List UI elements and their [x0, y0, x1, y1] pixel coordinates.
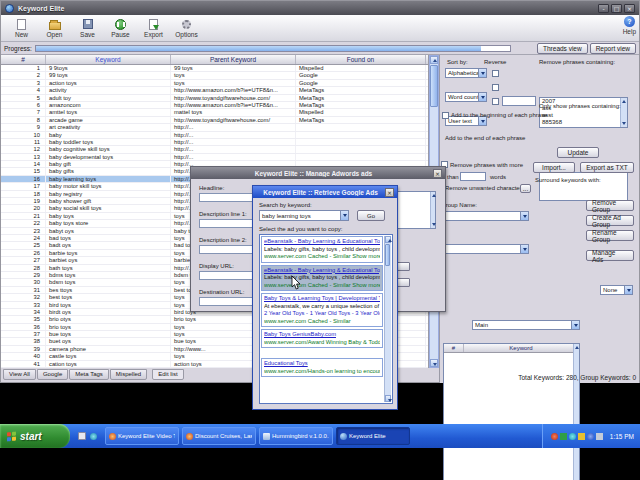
- ad-item[interactable]: eBeanstalk - Baby Learning & Educational…: [261, 265, 383, 292]
- taskbar-button[interactable]: Hummingbird v.1.0.0...: [259, 427, 333, 445]
- scroll-down-icon[interactable]: [385, 395, 391, 402]
- word-count-input[interactable]: [460, 172, 486, 181]
- table-row[interactable]: 3action toystoysGoogle: [1, 80, 428, 87]
- table-row[interactable]: 11baby toddler toyshttp://...: [1, 139, 428, 146]
- manage-dialog-titlebar[interactable]: Keyword Elite :: Manage Adwords ads ×: [191, 167, 445, 179]
- chevron-down-icon[interactable]: [520, 245, 528, 253]
- retrieve-dialog-titlebar[interactable]: Keyword Elite :: Retrieve Google Ads ×: [253, 186, 397, 198]
- table-row[interactable]: 4activityhttp://www.amazon.com/b?ie=UTF8…: [1, 87, 428, 94]
- update-button[interactable]: Update: [557, 147, 599, 158]
- tab-edit-list[interactable]: Edit list: [152, 369, 183, 380]
- ad-title-link[interactable]: eBeanstalk - Baby Learning & Educational…: [264, 267, 380, 275]
- ad-item[interactable]: Educational Toyswww.server.com/Hands-on …: [261, 358, 383, 377]
- close-button[interactable]: ×: [624, 4, 635, 13]
- table-row[interactable]: 19 9toys99 toysMispelled: [1, 65, 428, 72]
- tab-mispelled[interactable]: Mispelled: [110, 369, 147, 380]
- group-col-keyword[interactable]: Keyword: [464, 344, 579, 352]
- scroll-down-icon[interactable]: [430, 359, 438, 367]
- col-header-found[interactable]: Found on: [296, 55, 426, 64]
- ad-title-link[interactable]: Baby Toys GeniusBaby.com: [264, 331, 380, 339]
- close-icon[interactable]: ×: [433, 169, 442, 178]
- taskbar-button[interactable]: Discount Cruises, Las...: [182, 427, 256, 445]
- minimize-button[interactable]: -: [598, 4, 609, 13]
- add-begin-select[interactable]: [445, 211, 529, 221]
- ad-item[interactable]: eBeanstalk - Baby Learning & Educational…: [261, 236, 383, 263]
- remove-phrase-item[interactable]: 885368: [540, 119, 627, 126]
- group-name-select[interactable]: Main: [472, 320, 580, 330]
- col-header-parent[interactable]: Parent Keyword: [171, 55, 296, 64]
- table-row[interactable]: 7amttel toysmattel toysMispelled: [1, 109, 428, 116]
- reverse-alphabetical-checkbox[interactable]: [492, 70, 499, 77]
- chevron-down-icon[interactable]: [340, 211, 348, 220]
- table-row[interactable]: 9art creativityhttp://...: [1, 124, 428, 131]
- tab-google[interactable]: Google: [37, 369, 68, 380]
- ads-scrollbar[interactable]: [384, 236, 391, 402]
- taskbar-button[interactable]: Keyword Elite: [336, 427, 410, 445]
- ad-title-link[interactable]: Educational Toys: [264, 360, 380, 368]
- ad-title-link[interactable]: eBeanstalk - Baby Learning & Educational…: [264, 238, 380, 246]
- close-icon[interactable]: ×: [385, 188, 394, 197]
- table-row[interactable]: 6amazoncomhttp://www.amazon.com/b?ie=UTF…: [1, 102, 428, 109]
- ad-item[interactable]: Baby Toys & Learning Toys | Developmenta…: [261, 293, 383, 327]
- rename-group-button[interactable]: Rename Group: [586, 230, 634, 241]
- tray-network-icon[interactable]: [587, 433, 594, 440]
- reverse-word-count-checkbox[interactable]: [492, 84, 499, 91]
- tray-messenger-icon[interactable]: [569, 433, 576, 440]
- manage-ads-button[interactable]: Manage Ads: [586, 250, 634, 261]
- tab-view-all[interactable]: View All: [3, 369, 36, 380]
- quick-launch-desktop-icon[interactable]: [78, 432, 86, 440]
- tray-alert-icon[interactable]: [551, 433, 558, 440]
- import-button[interactable]: Import...: [533, 162, 575, 173]
- new-button[interactable]: New: [5, 17, 38, 38]
- chevron-down-icon[interactable]: [478, 117, 486, 125]
- quick-launch-app-icon[interactable]: [90, 433, 97, 440]
- table-row[interactable]: 8arcade gamehttp://www.toyandgiftwarehou…: [1, 117, 428, 124]
- create-ad-group-button[interactable]: Create Ad Group: [586, 215, 634, 226]
- go-button[interactable]: Go: [357, 210, 385, 221]
- table-row[interactable]: 12baby cognitive skill toyshttp://...: [1, 146, 428, 153]
- scroll-up-icon[interactable]: [385, 236, 391, 243]
- tab-meta-tags[interactable]: Meta Tags: [69, 369, 109, 380]
- start-button[interactable]: start: [0, 424, 70, 448]
- reverse-user-text-checkbox[interactable]: [492, 98, 499, 105]
- options-button[interactable]: Options: [170, 17, 203, 38]
- table-row[interactable]: 13baby developmental toyshttp://...: [1, 154, 428, 161]
- export-txt-button[interactable]: Export as TXT: [580, 162, 634, 173]
- search-keyword-select[interactable]: baby learning toys: [259, 210, 349, 221]
- add-end-select[interactable]: [445, 244, 529, 254]
- group-col-num[interactable]: #: [444, 344, 464, 352]
- chevron-down-icon[interactable]: [478, 69, 486, 77]
- manage-partial-button[interactable]: [396, 262, 410, 271]
- title-bar[interactable]: Keyword Elite - □ ×: [1, 1, 639, 15]
- export-button[interactable]: Export: [137, 17, 170, 38]
- remove-phrases-listbox[interactable]: 2007assasst885368: [539, 97, 628, 128]
- help-button[interactable]: ? Help: [623, 16, 636, 35]
- taskbar-button[interactable]: Keyword Elite Video T...: [105, 427, 179, 445]
- scroll-thumb[interactable]: [385, 244, 390, 266]
- user-text-input[interactable]: [502, 96, 536, 106]
- table-row[interactable]: 10babyhttp://...: [1, 132, 428, 139]
- group-table-scrollbar[interactable]: [573, 344, 579, 480]
- ad-item[interactable]: Baby Toys GeniusBaby.comwww.server.com/A…: [261, 329, 383, 348]
- report-view-button[interactable]: Report view: [590, 43, 636, 54]
- table-row[interactable]: 5adult toyhttp://www.toyandgiftwarehouse…: [1, 95, 428, 102]
- pause-button[interactable]: Pause: [104, 17, 137, 38]
- open-button[interactable]: Open: [38, 17, 71, 38]
- ellipsis-button[interactable]: ...: [520, 184, 531, 193]
- remove-phrase-item[interactable]: asst: [540, 112, 627, 119]
- tray-green-icon[interactable]: [560, 433, 567, 440]
- maximize-button[interactable]: □: [611, 4, 622, 13]
- chevron-down-icon[interactable]: [478, 93, 486, 101]
- add-begin-checkbox[interactable]: [442, 112, 449, 119]
- tray-yellow-icon[interactable]: [578, 433, 585, 440]
- surround-select[interactable]: None: [600, 285, 633, 295]
- tray-volume-icon[interactable]: [596, 433, 603, 440]
- save-button[interactable]: Save: [71, 17, 104, 38]
- scroll-thumb[interactable]: [430, 65, 438, 107]
- chevron-down-icon[interactable]: [624, 286, 632, 294]
- threads-view-button[interactable]: Threads view: [537, 43, 588, 54]
- chevron-down-icon[interactable]: [520, 212, 528, 220]
- col-header-num[interactable]: #: [1, 55, 46, 64]
- remove-group-button[interactable]: Remove Group: [586, 200, 634, 211]
- sort-word-count-select[interactable]: Word count: [445, 92, 487, 102]
